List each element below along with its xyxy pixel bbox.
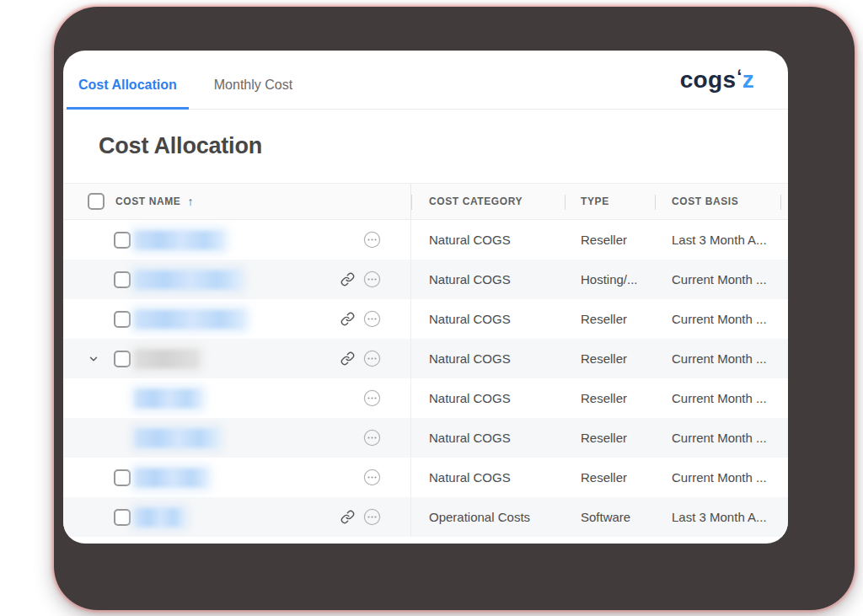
cost-name-cell: [63, 458, 411, 497]
link-icon: [340, 510, 355, 524]
row-menu-button[interactable]: [363, 231, 381, 249]
brand-logo: cogsʻz: [680, 66, 754, 94]
table-row[interactable]: Natural COGS Reseller Current Month ...: [63, 458, 788, 497]
ellipsis-circle-icon: [363, 508, 381, 526]
type-cell: Reseller: [565, 431, 655, 445]
cost-category-cell: Natural COGS: [411, 312, 565, 326]
sort-asc-icon[interactable]: ↑: [187, 195, 194, 208]
cost-name-cell: [63, 260, 411, 299]
row-menu-button[interactable]: [363, 508, 381, 526]
cost-name-cell: [63, 497, 411, 537]
tab-bar: Cost Allocation Monthly Cost cogsʻz: [63, 51, 788, 110]
cost-category-cell: Natural COGS: [411, 470, 565, 485]
link-icon: [340, 312, 355, 326]
cost-name-cell: [63, 220, 411, 260]
row-checkbox[interactable]: [114, 509, 131, 526]
cost-category-cell: Natural COGS: [411, 233, 565, 247]
redacted-cost-name: [135, 508, 185, 527]
link-button[interactable]: [340, 351, 355, 366]
logo-text: cogs: [680, 67, 737, 93]
ellipsis-circle-icon: [363, 271, 381, 288]
row-checkbox[interactable]: [114, 271, 131, 288]
ellipsis-circle-icon: [363, 469, 381, 486]
link-button[interactable]: [340, 510, 355, 524]
type-cell: Hosting/...: [565, 272, 655, 287]
column-header-type[interactable]: TYPE: [565, 184, 655, 219]
ellipsis-circle-icon: [363, 231, 381, 249]
table-row[interactable]: Operational Costs Software Last 3 Month …: [63, 497, 788, 537]
type-cell: Reseller: [565, 312, 655, 326]
cost-category-cell: Operational Costs: [411, 510, 565, 524]
cost-name-cell: [63, 378, 411, 418]
column-header-cost-name[interactable]: COST NAME ↑: [63, 184, 411, 219]
column-header-stub: [780, 184, 788, 219]
ellipsis-circle-icon: [363, 429, 381, 447]
type-cell: Software: [565, 510, 655, 524]
link-button[interactable]: [340, 312, 355, 326]
link-icon: [340, 351, 355, 366]
cost-category-cell: Natural COGS: [411, 351, 565, 366]
type-cell: Reseller: [565, 391, 655, 405]
tab-monthly-cost[interactable]: Monthly Cost: [202, 78, 304, 109]
cost-name-cell: [63, 299, 411, 339]
table-row[interactable]: Natural COGS Reseller Current Month ...: [63, 378, 788, 418]
row-checkbox[interactable]: [114, 232, 131, 249]
tab-cost-allocation[interactable]: Cost Allocation: [67, 78, 189, 110]
title-band: Cost Allocation: [63, 110, 788, 183]
logo-accent: z: [742, 67, 754, 93]
table-row[interactable]: Natural COGS Hosting/... Current Month .…: [63, 260, 788, 299]
cost-basis-cell: Current Month ...: [655, 470, 780, 485]
select-all-checkbox[interactable]: [88, 193, 105, 210]
cost-category-cell: Natural COGS: [411, 272, 565, 287]
redacted-cost-name: [135, 271, 241, 289]
type-cell: Reseller: [565, 351, 655, 366]
cost-basis-cell: Current Month ...: [655, 391, 780, 405]
type-cell: Reseller: [565, 470, 655, 485]
cost-basis-cell: Current Month ...: [655, 312, 780, 326]
cost-category-cell: Natural COGS: [411, 431, 565, 445]
row-checkbox[interactable]: [114, 311, 131, 328]
redacted-cost-name: [135, 389, 201, 408]
redacted-cost-name: [135, 310, 245, 329]
cost-basis-cell: Last 3 Month A...: [655, 510, 780, 524]
table-body: Natural COGS Reseller Last 3 Month A...: [63, 220, 788, 537]
table-row[interactable]: Natural COGS Reseller Current Month ...: [63, 418, 788, 458]
link-icon: [340, 272, 355, 287]
cost-basis-cell: Current Month ...: [655, 351, 780, 366]
ellipsis-circle-icon: [363, 389, 381, 407]
ellipsis-circle-icon: [363, 350, 381, 367]
row-checkbox[interactable]: [114, 351, 131, 367]
table-row[interactable]: Natural COGS Reseller Last 3 Month A...: [63, 220, 788, 260]
type-cell: Reseller: [565, 233, 655, 247]
row-menu-button[interactable]: [363, 389, 381, 407]
page-title: Cost Allocation: [99, 133, 788, 159]
table-row[interactable]: Natural COGS Reseller Current Month ...: [63, 299, 788, 339]
row-menu-button[interactable]: [363, 350, 381, 367]
cost-basis-cell: Last 3 Month A...: [655, 233, 780, 247]
cost-basis-cell: Current Month ...: [655, 272, 780, 287]
column-header-cost-basis[interactable]: COST BASIS: [655, 184, 780, 219]
row-menu-button[interactable]: [363, 429, 381, 447]
ellipsis-circle-icon: [363, 310, 381, 328]
redacted-cost-name: [135, 429, 218, 447]
cost-basis-cell: Current Month ...: [655, 431, 780, 445]
redacted-cost-name: [135, 350, 199, 368]
chevron-down-icon[interactable]: [88, 353, 99, 365]
cost-name-cell: [63, 418, 411, 458]
link-button[interactable]: [340, 272, 355, 287]
redacted-cost-name: [135, 231, 224, 249]
row-menu-button[interactable]: [363, 271, 381, 288]
cost-name-cell: [63, 339, 411, 378]
cost-name-label: COST NAME: [115, 196, 180, 207]
row-menu-button[interactable]: [363, 310, 381, 328]
cost-category-cell: Natural COGS: [411, 391, 565, 405]
column-header-cost-category[interactable]: COST CATEGORY: [411, 184, 565, 219]
table-row[interactable]: Natural COGS Reseller Current Month ...: [63, 339, 788, 378]
app-card: Cost Allocation Monthly Cost cogsʻz Cost…: [63, 51, 788, 544]
table-header: COST NAME ↑ COST CATEGORY TYPE COST BASI…: [63, 183, 788, 220]
row-menu-button[interactable]: [363, 469, 381, 486]
redacted-cost-name: [135, 469, 207, 487]
row-checkbox[interactable]: [114, 469, 131, 486]
